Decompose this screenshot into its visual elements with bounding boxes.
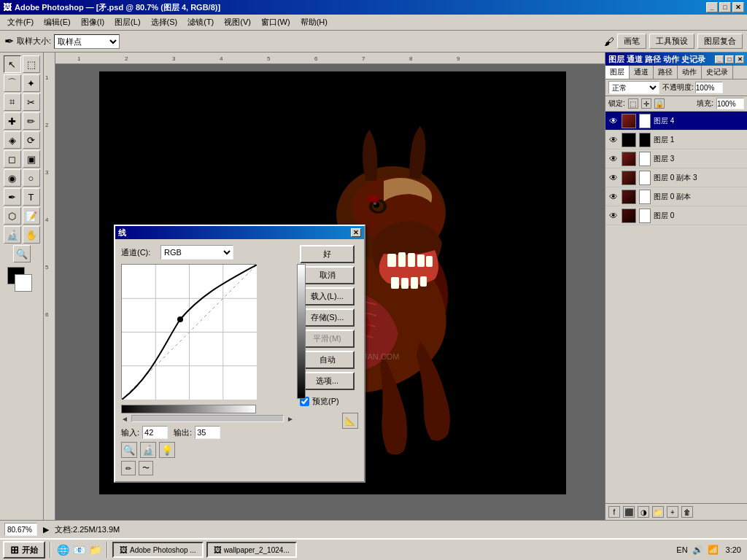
text-tool[interactable]: T — [23, 188, 40, 206]
healing-tool[interactable]: ✚ — [4, 112, 21, 130]
sample-size-select[interactable]: 取样点 — [54, 34, 120, 49]
layer-fx-button[interactable]: f — [608, 506, 620, 518]
tab-layers[interactable]: 图层 — [605, 66, 630, 79]
load-button[interactable]: 载入(L)... — [300, 287, 355, 306]
options-button[interactable]: 选项... — [300, 372, 355, 390]
layer-row-0-copy3[interactable]: 👁 图层 0 副本 3 — [605, 168, 747, 187]
scroll-left-icon[interactable]: ◄ — [121, 415, 128, 423]
panel-minimize-btn[interactable]: _ — [715, 55, 724, 63]
gradient-tool[interactable]: ▣ — [23, 150, 40, 168]
clone-tool[interactable]: ◈ — [4, 131, 21, 149]
brush-tool[interactable]: ✏ — [23, 112, 40, 130]
hand-tool[interactable]: ✋ — [23, 226, 40, 244]
layer-3-visibility[interactable]: 👁 — [608, 154, 619, 164]
channel-select[interactable]: RGB — [160, 245, 233, 260]
maximize-button[interactable]: □ — [719, 2, 731, 12]
slice-tool[interactable]: ✂ — [23, 93, 40, 111]
folder-icon[interactable]: 📁 — [88, 542, 102, 557]
input-field[interactable] — [142, 426, 168, 439]
menu-image[interactable]: 图像(I) — [77, 15, 109, 29]
curves-graph[interactable] — [121, 264, 256, 399]
lock-pixels-btn[interactable]: ⬚ — [628, 98, 638, 109]
blend-mode-select[interactable]: 正常 — [608, 81, 659, 94]
menu-window[interactable]: 窗口(W) — [257, 15, 295, 29]
curve-smooth-tool[interactable]: 〜 — [139, 461, 153, 475]
layer-row-4[interactable]: 👁 图层 4 — [605, 112, 747, 131]
lasso-tool[interactable]: ⌒ — [4, 74, 21, 92]
layer-row-0-copy[interactable]: 👁 图层 0 副本 — [605, 187, 747, 206]
ok-button[interactable]: 好 — [300, 245, 355, 263]
lock-all-btn[interactable]: 🔒 — [654, 98, 665, 109]
start-button[interactable]: ⊞ 开始 — [3, 541, 45, 559]
menu-view[interactable]: 视图(V) — [220, 15, 255, 29]
horizontal-scrollbar[interactable] — [131, 415, 284, 422]
layer-comp-button[interactable]: 图层复合 — [697, 34, 743, 49]
minimize-button[interactable]: _ — [706, 2, 718, 12]
taskbar-wallpaper[interactable]: 🖼 wallpaper_2_1024... — [206, 542, 297, 558]
panel-close-btn[interactable]: ✕ — [735, 55, 744, 63]
lock-position-btn[interactable]: ✛ — [641, 98, 651, 109]
gray-point-eyedropper[interactable]: 🔬 — [140, 442, 156, 458]
background-color[interactable] — [15, 274, 32, 292]
zoom-display[interactable]: 80.67% — [4, 523, 37, 536]
layer-row-0[interactable]: 👁 图层 0 — [605, 206, 747, 225]
black-point-eyedropper[interactable]: 🔍 — [121, 442, 137, 458]
layer-adjustment-button[interactable]: ◑ — [638, 506, 649, 518]
eraser-tool[interactable]: ◻ — [4, 150, 21, 168]
notes-tool[interactable]: 📝 — [23, 207, 40, 225]
layer-row-3[interactable]: 👁 图层 3 — [605, 149, 747, 168]
layer-4-visibility[interactable]: 👁 — [608, 116, 619, 126]
tab-channels[interactable]: 通道 — [630, 66, 654, 79]
output-field[interactable] — [195, 426, 220, 439]
fill-input[interactable] — [716, 98, 744, 109]
white-point-eyedropper[interactable]: 💡 — [159, 442, 175, 458]
zoom-tool[interactable]: 🔍 — [13, 245, 31, 262]
menu-help[interactable]: 帮助(H) — [296, 15, 332, 29]
tab-history[interactable]: 史记录 — [702, 66, 733, 79]
scroll-right-icon[interactable]: ► — [287, 415, 294, 423]
auto-button[interactable]: 自动 — [300, 351, 355, 369]
curves-close-button[interactable]: ✕ — [351, 228, 361, 237]
menu-filter[interactable]: 滤镜(T) — [183, 15, 218, 29]
menu-layer[interactable]: 图层(L) — [110, 15, 144, 29]
tool-preset-button[interactable]: 工具预设 — [649, 34, 694, 49]
smooth-button[interactable]: 平滑(M) — [300, 330, 355, 348]
menu-edit[interactable]: 编辑(E) — [39, 15, 75, 29]
curves-canvas[interactable] — [122, 265, 257, 400]
blur-tool[interactable]: ◉ — [4, 169, 21, 187]
layer-0-visibility[interactable]: 👁 — [608, 211, 619, 221]
tab-actions[interactable]: 动作 — [678, 66, 702, 79]
status-arrow[interactable]: ▶ — [43, 525, 49, 534]
panel-maximize-btn[interactable]: □ — [725, 55, 734, 63]
opacity-input[interactable] — [695, 82, 723, 93]
menu-select[interactable]: 选择(S) — [147, 15, 182, 29]
move-tool[interactable]: ↖ — [4, 55, 21, 73]
layer-0c3-visibility[interactable]: 👁 — [608, 173, 619, 183]
marquee-tool[interactable]: ⬚ — [23, 55, 40, 73]
close-button[interactable]: ✕ — [732, 2, 744, 12]
brush-button[interactable]: 画笔 — [617, 34, 646, 49]
layer-0c-visibility[interactable]: 👁 — [608, 192, 619, 202]
crop-tool[interactable]: ⌗ — [4, 93, 21, 111]
email-icon[interactable]: 📧 — [71, 542, 86, 557]
layer-group-button[interactable]: 📁 — [652, 506, 664, 518]
ie-icon[interactable]: 🌐 — [55, 542, 70, 557]
layer-1-visibility[interactable]: 👁 — [608, 135, 619, 145]
history-tool[interactable]: ⟳ — [23, 131, 40, 149]
menu-file[interactable]: 文件(F) — [3, 15, 38, 29]
shape-tool[interactable]: ⬡ — [4, 207, 21, 225]
delete-layer-button[interactable]: 🗑 — [681, 506, 693, 518]
save-button[interactable]: 存储(S)... — [300, 308, 355, 327]
cancel-button[interactable]: 取消 — [300, 266, 355, 284]
new-layer-button[interactable]: + — [667, 506, 678, 518]
tab-paths[interactable]: 路径 — [654, 66, 678, 79]
layer-mask-button[interactable]: ⬛ — [623, 506, 635, 518]
taskbar-photoshop[interactable]: 🖼 Adobe Photoshop ... — [112, 542, 204, 558]
magic-wand-tool[interactable]: ✦ — [23, 74, 40, 92]
dodge-tool[interactable]: ○ — [23, 169, 40, 187]
extra-icon-button[interactable]: 📐 — [342, 413, 358, 429]
path-tool[interactable]: ✒ — [4, 188, 21, 206]
curve-pencil-tool[interactable]: ✏ — [121, 461, 136, 475]
eyedropper-tool[interactable]: 🔬 — [4, 226, 21, 244]
layer-row-1[interactable]: 👁 图层 1 — [605, 131, 747, 149]
